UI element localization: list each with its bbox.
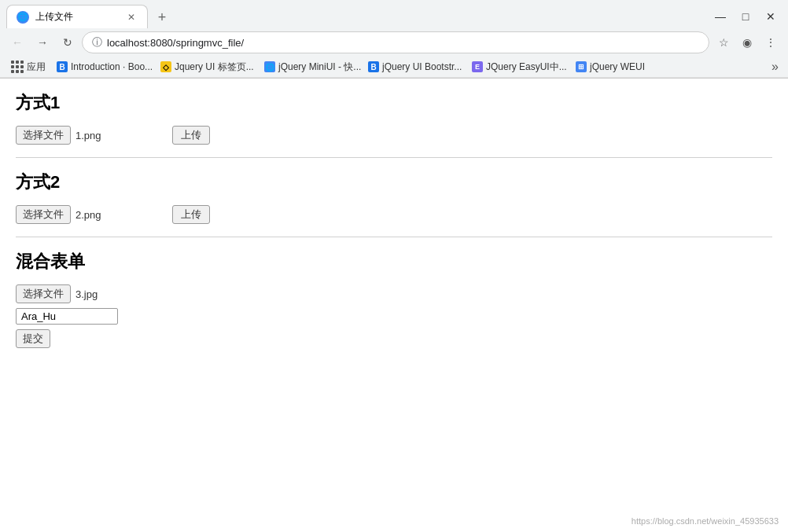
bookmark-favicon-b1: B	[57, 61, 68, 72]
bookmark-favicon-mini: 🌐	[264, 61, 275, 72]
bookmark-jquery-ui-tabs[interactable]: ◇ Jquery UI 标签页...	[156, 59, 258, 75]
bookmark-jquery-bootstrap[interactable]: B jQuery UI Bootstr...	[363, 60, 466, 74]
bookmark-favicon-bootstrap: B	[368, 61, 379, 72]
section1-form-row: 选择文件 1.png 上传	[16, 126, 772, 145]
page-content: 方式1 选择文件 1.png 上传 方式2 选择文件 2.png 上传 混合表单…	[0, 79, 788, 503]
bookmark-label-easyui: JQuery EasyUI中...	[486, 61, 567, 74]
divider-2	[16, 237, 772, 237]
section2-file-button[interactable]: 选择文件	[16, 205, 71, 224]
bookmark-favicon-jquery-tabs: ◇	[160, 61, 171, 72]
section-fangshi1: 方式1 选择文件 1.png 上传	[16, 91, 772, 145]
bookmark-jquery-mini[interactable]: 🌐 jQuery MiniUI - 快...	[260, 59, 362, 75]
apps-label: 应用	[27, 61, 46, 74]
section3-title: 混合表单	[16, 250, 772, 273]
bookmark-favicon-weui: ⊞	[576, 61, 587, 72]
section3-file-button[interactable]: 选择文件	[16, 284, 71, 303]
refresh-button[interactable]: ↻	[57, 31, 79, 53]
bookmark-favicon-easyui: E	[472, 61, 483, 72]
title-bar: 🌐 上传文件 ✕ + — □ ✕	[0, 0, 788, 28]
section3-file-wrapper: 选择文件 3.jpg	[16, 284, 772, 303]
section3-file-name: 3.jpg	[75, 288, 98, 300]
bookmark-apps[interactable]: 应用	[6, 59, 50, 75]
section-fangshi2: 方式2 选择文件 2.png 上传	[16, 171, 772, 224]
bookmark-label-weui: jQuery WEUI	[590, 61, 645, 72]
minimize-button[interactable]: —	[709, 6, 731, 28]
section1-title: 方式1	[16, 91, 772, 115]
nav-icons: ☆ ◉ ⋮	[713, 31, 782, 53]
divider-1	[16, 157, 772, 158]
new-tab-button[interactable]: +	[151, 6, 173, 28]
section-mixed-form: 混合表单 选择文件 3.jpg 提交	[16, 250, 772, 348]
tab-area: 🌐 上传文件 ✕ +	[6, 5, 709, 28]
section1-file-name: 1.png	[75, 130, 101, 141]
bookmarks-more-button[interactable]: »	[768, 58, 782, 75]
bookmark-label-mini: jQuery MiniUI - 快...	[278, 61, 361, 74]
section3-submit-button[interactable]: 提交	[16, 329, 50, 348]
section2-form-row: 选择文件 2.png 上传	[16, 205, 772, 224]
section1-file-wrapper: 选择文件 1.png	[16, 126, 101, 145]
menu-button[interactable]: ⋮	[760, 31, 782, 53]
maximize-button[interactable]: □	[735, 6, 757, 28]
bookmark-label-jquery-tabs: Jquery UI 标签页...	[175, 61, 254, 74]
close-button[interactable]: ✕	[760, 6, 782, 28]
section2-title: 方式2	[16, 171, 772, 194]
back-button[interactable]: ←	[6, 31, 28, 53]
account-button[interactable]: ◉	[736, 31, 758, 53]
bookmark-star-button[interactable]: ☆	[713, 31, 735, 53]
bookmark-easyui[interactable]: E JQuery EasyUI中...	[467, 59, 569, 75]
window-controls: — □ ✕	[709, 6, 782, 28]
tab-title: 上传文件	[35, 10, 119, 24]
navigation-bar: ← → ↻ ⓘ localhost:8080/springmvc_file/ ☆…	[0, 28, 788, 57]
browser-chrome: 🌐 上传文件 ✕ + — □ ✕ ← → ↻ ⓘ localhost:8080/…	[0, 0, 788, 79]
section3-text-input[interactable]	[16, 308, 118, 325]
forward-button[interactable]: →	[31, 31, 53, 53]
address-bar[interactable]: ⓘ localhost:8080/springmvc_file/	[82, 31, 709, 53]
section2-file-wrapper: 选择文件 2.png	[16, 205, 101, 224]
bookmark-label-b1: Introduction · Boo...	[71, 61, 153, 72]
section2-file-name: 2.png	[75, 209, 101, 221]
tab-close-button[interactable]: ✕	[125, 11, 138, 24]
bookmark-introduction[interactable]: B Introduction · Boo...	[52, 60, 154, 74]
address-text: localhost:8080/springmvc_file/	[107, 37, 699, 49]
apps-grid-icon	[11, 61, 24, 73]
section2-upload-button[interactable]: 上传	[172, 205, 210, 224]
bookmarks-bar: 应用 B Introduction · Boo... ◇ Jquery UI 标…	[0, 57, 788, 78]
section3-form: 选择文件 3.jpg 提交	[16, 284, 772, 348]
lock-icon: ⓘ	[92, 35, 102, 50]
tab-favicon: 🌐	[17, 11, 29, 24]
bookmark-label-bootstrap: jQuery UI Bootstr...	[382, 61, 462, 72]
active-tab[interactable]: 🌐 上传文件 ✕	[6, 5, 148, 28]
bookmark-weui[interactable]: ⊞ jQuery WEUI	[571, 60, 650, 74]
section1-file-button[interactable]: 选择文件	[16, 126, 71, 145]
section1-upload-button[interactable]: 上传	[172, 126, 210, 145]
